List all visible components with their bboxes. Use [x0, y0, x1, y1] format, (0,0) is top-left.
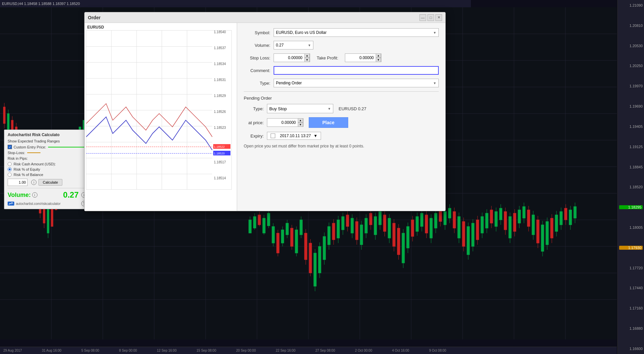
svg-text:1.18522: 1.18522	[214, 145, 225, 148]
radio-balance-label: Risk % of Balance	[14, 173, 43, 177]
take-profit-spinner-btns: ▲ ▼	[376, 53, 381, 62]
radio-cash-btn[interactable]	[8, 162, 12, 166]
at-price-value: 0.00000	[267, 120, 298, 125]
svg-text:1.18526: 1.18526	[214, 110, 226, 114]
volume-form-label: Volume:	[244, 43, 274, 48]
pending-type-dropdown[interactable]: Buy Stop ▼	[267, 104, 333, 113]
expiry-label: Expiry:	[244, 133, 267, 138]
comment-input[interactable]	[274, 66, 439, 75]
svg-text:1.18517: 1.18517	[214, 160, 226, 164]
svg-text:1.18520: 1.18520	[214, 152, 225, 155]
stop-loss-down[interactable]: ▼	[304, 58, 310, 62]
comment-label: Comment:	[244, 68, 274, 73]
take-profit-spinner[interactable]: 0.00000 ▲ ▼	[345, 53, 381, 62]
time-27sep: 27 Sep 08:00	[315, 349, 335, 352]
stop-loss-form-label: Stop Loss:	[244, 55, 274, 60]
volume-label: Volume:	[8, 192, 31, 199]
svg-text:1.18523: 1.18523	[214, 126, 226, 130]
at-price-down[interactable]: ▼	[298, 123, 303, 127]
stop-loss-spinner[interactable]: 0.00000 ▲ ▼	[274, 53, 310, 62]
take-profit-up[interactable]: ▲	[376, 53, 381, 58]
type-label: Type:	[244, 81, 274, 86]
volume-info-icon[interactable]: i	[32, 192, 37, 198]
take-profit-down[interactable]: ▼	[376, 58, 381, 62]
radio-balance-row[interactable]: Risk % of Balance	[8, 173, 87, 177]
time-2oct: 2 Oct 00:00	[355, 349, 372, 352]
dialog-titlebar: Order — □ ✕	[85, 12, 445, 23]
pending-type-label: Type:	[244, 106, 267, 111]
svg-text:1.18529: 1.18529	[214, 94, 226, 98]
svg-text:1.18531: 1.18531	[214, 78, 226, 82]
at-price-spinner[interactable]: 0.00000 ▲ ▼	[267, 118, 303, 127]
calculate-button[interactable]: Calculate	[38, 179, 62, 186]
symbol-row: Symbol: EURUSD, Euro vs US Dollar ▼	[244, 28, 439, 37]
radio-equity-row[interactable]: Risk % of Equity	[8, 167, 87, 171]
volume-dropdown[interactable]: 0.27 ▼	[274, 41, 313, 49]
expiry-checkbox[interactable]	[271, 133, 275, 138]
time-8sep: 8 Sep 00:00	[119, 349, 137, 352]
entry-green-line	[48, 147, 87, 147]
time-29aug: 29 Aug 2017	[3, 349, 22, 352]
price-1.20810: 1.20810	[619, 24, 643, 28]
comment-row: Comment:	[244, 66, 439, 75]
custom-entry-checkbox[interactable]: ✓	[8, 145, 12, 149]
dialog-body: EURUSD	[85, 23, 445, 211]
radio-cash-row[interactable]: Risk Cash Amount (USD):	[8, 162, 87, 166]
radio-equity-label: Risk % of Equity	[14, 167, 40, 171]
price-1.17720: 1.17720	[619, 266, 643, 270]
sl-tp-row: Stop Loss: 0.00000 ▲ ▼ Take Profit: 0.00…	[244, 53, 439, 62]
dialog-title: Order	[88, 15, 418, 20]
autochartist-title: Autochartist Risk Calculato	[8, 133, 87, 137]
risk-input[interactable]	[8, 179, 28, 186]
time-22sep: 22 Sep 16:00	[276, 349, 296, 352]
price-1.18295-highlight: 1.18295	[619, 205, 643, 209]
stop-loss-spinner-btns: ▲ ▼	[304, 53, 310, 62]
symbol-dropdown[interactable]: EURUSD, Euro vs US Dollar ▼	[274, 28, 439, 37]
price-1.21090: 1.21090	[619, 3, 643, 7]
price-1.18005: 1.18005	[619, 225, 643, 229]
stop-loss-label: Stop-Loss:	[8, 151, 25, 155]
price-1.18845: 1.18845	[619, 165, 643, 169]
time-31aug: 31 Aug 16:00	[42, 349, 61, 352]
dialog-form: Symbol: EURUSD, Euro vs US Dollar ▼ Volu…	[237, 23, 445, 211]
maximize-button[interactable]: □	[427, 14, 434, 21]
radio-equity-btn[interactable]	[8, 167, 12, 171]
expiry-date-picker[interactable]: 2017.10.11 13:27 ▼	[267, 132, 321, 140]
show-ranges-label: Show Expected Trading Ranges	[8, 139, 60, 143]
price-1.17440: 1.17440	[619, 286, 643, 290]
dialog-chart-panel: EURUSD	[85, 23, 237, 211]
price-1.19405: 1.19405	[619, 125, 643, 129]
at-price-up[interactable]: ▲	[298, 118, 303, 123]
price-1.19970: 1.19970	[619, 84, 643, 88]
price-1.17160: 1.17160	[619, 306, 643, 310]
footer-url: autochartist.com/riskcalculator	[16, 202, 61, 206]
time-12sep: 12 Sep 16:00	[157, 349, 177, 352]
ac-logo	[8, 202, 14, 206]
time-5sep: 5 Sep 08:00	[81, 349, 99, 352]
price-1.16600: 1.16600	[619, 347, 643, 351]
price-1.16880: 1.16880	[619, 326, 643, 330]
autochartist-panel: Autochartist Risk Calculato Show Expecte…	[4, 130, 90, 209]
pending-section: Pending Order Type: Buy Stop ▼ EURUSD 0.…	[244, 91, 439, 148]
at-price-label: at price:	[244, 120, 267, 125]
radio-balance-btn[interactable]	[8, 173, 12, 177]
type-dropdown[interactable]: Pending Order ▼	[274, 79, 439, 87]
risk-info-icon[interactable]: i	[31, 180, 36, 185]
minimize-button[interactable]: —	[419, 14, 426, 21]
custom-entry-row[interactable]: ✓ Custom Entry Price:	[8, 145, 87, 149]
radio-cash-label: Risk Cash Amount (USD):	[14, 162, 56, 166]
stop-loss-up[interactable]: ▲	[304, 53, 310, 58]
price-axis: 1.21090 1.20810 1.20530 1.20250 1.19970 …	[617, 0, 644, 354]
top-bar: EURUSD,H4 1.18458 1.18588 1.18397 1.1852…	[0, 0, 471, 7]
take-profit-value: 0.00000	[345, 55, 376, 60]
pending-section-title: Pending Order	[244, 96, 439, 101]
volume-form-value: 0.27	[276, 43, 284, 47]
volume-row: Volume: 0.27 ▼	[244, 41, 439, 49]
info-text: Open price you set must differ from mark…	[244, 144, 439, 148]
place-button[interactable]: Place	[309, 117, 348, 128]
close-button[interactable]: ✕	[435, 14, 442, 21]
stop-loss-row: Stop-Loss:	[8, 151, 87, 155]
svg-text:1.18540: 1.18540	[214, 31, 226, 34]
svg-text:1.18534: 1.18534	[214, 62, 226, 66]
symbol-label: Symbol:	[244, 30, 274, 35]
